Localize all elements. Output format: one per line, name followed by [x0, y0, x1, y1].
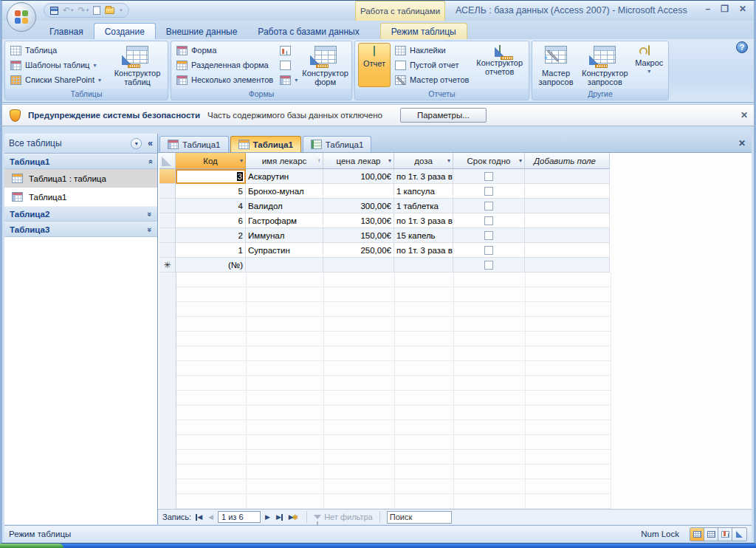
cell-code[interactable]: 4: [176, 199, 246, 213]
document-close-icon[interactable]: ✕: [738, 138, 746, 148]
column-header-code[interactable]: Код ▾: [176, 153, 246, 169]
expiry-checkbox[interactable]: [484, 187, 493, 196]
column-header-add-field[interactable]: Добавить поле: [525, 153, 610, 169]
cell-expiry[interactable]: [453, 169, 525, 184]
row-selector[interactable]: [159, 184, 176, 199]
query-designer-button[interactable]: Конструктор запросов: [579, 43, 631, 87]
cell-name-new[interactable]: [246, 258, 323, 273]
datasheet-view-button[interactable]: [690, 528, 704, 541]
cell-code[interactable]: 6: [176, 213, 246, 228]
sidebar-item-table1-table[interactable]: Таблица1 : таблица: [4, 169, 157, 188]
cell-price[interactable]: [323, 184, 394, 199]
row-selector[interactable]: [159, 213, 176, 228]
macro-button[interactable]: Макрос ▾: [633, 43, 665, 87]
cell-dose[interactable]: по 1т. 3 раза в: [394, 243, 453, 258]
doc-tab-datasheet[interactable]: Таблица1: [230, 136, 301, 152]
last-record-button[interactable]: ▶: [275, 513, 284, 521]
pivotchart-button[interactable]: [278, 45, 300, 56]
cell-price[interactable]: 100,00€: [323, 169, 394, 184]
previous-record-button[interactable]: ◀: [207, 513, 215, 521]
table-button[interactable]: Таблица: [8, 45, 108, 56]
cell-add-field[interactable]: [525, 213, 610, 228]
column-header-price[interactable]: цена лекар ▾: [323, 153, 394, 169]
cell-code[interactable]: 2: [176, 228, 246, 243]
open-button[interactable]: [105, 7, 114, 14]
table-templates-button[interactable]: Шаблоны таблиц ▾: [8, 60, 108, 71]
chevron-down-icon[interactable]: ▾: [388, 157, 391, 164]
cell-dose[interactable]: 1 капсула: [394, 184, 453, 199]
minimize-button[interactable]: –: [705, 4, 710, 14]
row-selector[interactable]: [159, 228, 176, 243]
form-button[interactable]: Форма: [174, 45, 275, 56]
cell-dose-new[interactable]: [394, 258, 453, 273]
close-button[interactable]: ✕: [739, 4, 746, 14]
cell-expiry-new[interactable]: [453, 258, 525, 273]
cell-code[interactable]: 1: [176, 243, 246, 258]
nav-menu-button[interactable]: ▾: [131, 138, 142, 149]
cell-add-field[interactable]: [525, 169, 610, 184]
redo-button[interactable]: ↷▾: [78, 5, 89, 16]
row-selector[interactable]: [159, 199, 176, 213]
cell-expiry[interactable]: [453, 213, 525, 228]
cell-name[interactable]: Бронхо-мунал: [246, 184, 323, 199]
cell-name[interactable]: Валидол: [246, 199, 323, 213]
security-options-button[interactable]: Параметры...: [400, 108, 487, 123]
cell-name[interactable]: Иммунал: [246, 228, 323, 243]
tab-home[interactable]: Главная: [39, 24, 94, 39]
cell-name[interactable]: Супрастин: [246, 243, 323, 258]
row-selector[interactable]: [159, 243, 176, 258]
office-button[interactable]: [7, 2, 36, 32]
security-close-icon[interactable]: ✕: [740, 110, 748, 120]
multiple-items-button[interactable]: Несколько элементов: [174, 75, 275, 86]
split-form-button[interactable]: Разделенная форма: [174, 60, 275, 71]
cell-dose[interactable]: 15 капель: [394, 228, 453, 243]
cell-add-field[interactable]: [525, 228, 610, 243]
chevron-down-icon[interactable]: ▾: [447, 157, 450, 164]
cell-dose[interactable]: по 1т. 3 раза в: [394, 213, 453, 228]
report-button[interactable]: Отчет: [358, 43, 391, 87]
cell-code-active[interactable]: 3: [176, 169, 246, 184]
first-record-button[interactable]: ◀: [194, 513, 204, 521]
column-header-name[interactable]: имя лекарс ↑: [246, 153, 323, 169]
cell-price[interactable]: 250,00€: [323, 243, 394, 258]
next-record-button[interactable]: ▶: [264, 513, 272, 521]
blank-report-button[interactable]: Пустой отчет: [393, 60, 471, 71]
cell-price-new[interactable]: [323, 258, 394, 273]
sidebar-item-table1-form[interactable]: Таблица1: [4, 188, 157, 206]
windows-taskbar[interactable]: [0, 544, 756, 548]
navigation-pane-header[interactable]: Все таблицы ▾ «: [4, 134, 157, 154]
sidebar-group-table1[interactable]: Таблица1 »: [4, 154, 157, 169]
undo-button[interactable]: ↶▾: [63, 5, 74, 16]
blank-form-button[interactable]: [278, 60, 300, 71]
cell-name[interactable]: Аскарутин: [246, 169, 323, 184]
cell-code-new[interactable]: (№): [176, 258, 246, 273]
cell-price[interactable]: 130,00€: [323, 213, 394, 228]
sidebar-group-table2[interactable]: Таблица2 »: [4, 206, 157, 222]
cell-code[interactable]: 5: [176, 184, 246, 199]
tab-create[interactable]: Создание: [94, 23, 156, 39]
record-position-box[interactable]: 1 из 6: [218, 511, 261, 523]
new-button[interactable]: [93, 6, 100, 15]
cell-price[interactable]: 150,00€: [323, 228, 394, 243]
cell-expiry[interactable]: [453, 243, 525, 258]
cell-add-field-new[interactable]: [525, 258, 610, 273]
doc-tab-report[interactable]: Таблица1: [303, 136, 372, 152]
cell-expiry[interactable]: [453, 199, 525, 213]
expiry-checkbox[interactable]: [484, 231, 493, 240]
cell-name[interactable]: Гастрофарм: [246, 213, 323, 228]
expiry-checkbox[interactable]: [484, 246, 493, 255]
sharepoint-lists-button[interactable]: Списки SharePoint ▾: [8, 75, 108, 86]
labels-button[interactable]: Наклейки: [393, 45, 471, 56]
tab-datasheet-mode[interactable]: Режим таблицы: [380, 23, 467, 39]
new-record-button[interactable]: ▶✱: [287, 513, 300, 521]
pivotchart-view-button[interactable]: [718, 528, 732, 541]
expiry-checkbox[interactable]: [484, 261, 493, 270]
expiry-checkbox[interactable]: [484, 216, 493, 225]
select-all-corner[interactable]: [159, 153, 176, 169]
qat-customize-button[interactable]: ▾: [119, 7, 123, 13]
cell-add-field[interactable]: [525, 243, 610, 258]
column-header-dose[interactable]: доза ▾: [394, 153, 453, 169]
cell-dose[interactable]: 1 таблетка: [394, 199, 453, 213]
report-wizard-button[interactable]: Мастер отчетов: [393, 75, 471, 86]
tab-external-data[interactable]: Внешние данные: [156, 24, 248, 39]
